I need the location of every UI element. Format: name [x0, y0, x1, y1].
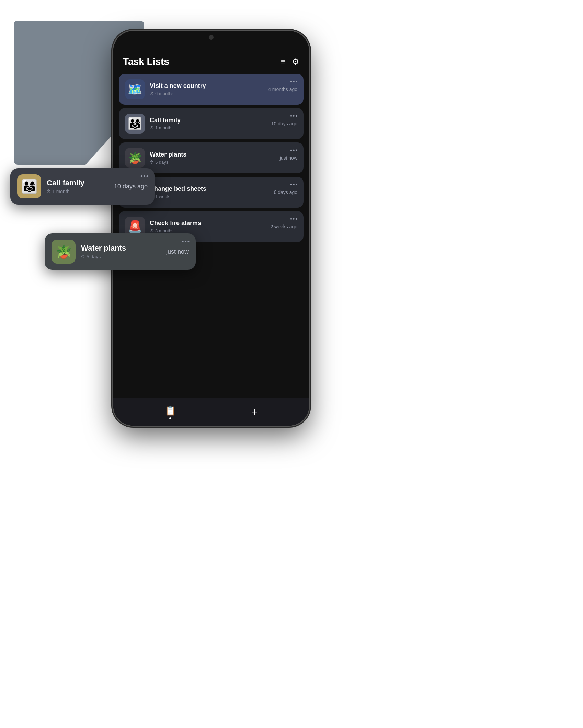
- task-name: Visit a new country: [150, 82, 263, 90]
- task-more-button[interactable]: •••: [290, 182, 298, 188]
- task-interval-value: 3 months: [155, 228, 173, 233]
- task-interval-value: 1 month: [155, 125, 171, 130]
- phone-frame: Task Lists 🗺️ Visit a new country ⏱ 6 mo…: [113, 31, 309, 426]
- camera: [209, 35, 214, 40]
- float-plants-interval-value: 5 days: [87, 254, 101, 259]
- floating-water-plants-card[interactable]: 🪴 Water plants ⏱ 5 days just now •••: [45, 233, 196, 270]
- nav-list-item[interactable]: 📋: [165, 405, 176, 419]
- task-interval-value: 6 months: [155, 91, 173, 96]
- nav-active-dot: [169, 417, 171, 419]
- task-card[interactable]: 👨‍👩‍👧 Call family ⏱ 1 month 10 days ago …: [119, 108, 304, 139]
- status-bar: [113, 31, 309, 50]
- task-info: Water plants ⏱ 5 days: [150, 151, 275, 165]
- clock-icon: ⏱: [81, 254, 85, 259]
- task-last-done: 2 weeks ago: [270, 224, 297, 229]
- task-last-done: 10 days ago: [271, 121, 297, 126]
- clock-icon: ⏱: [47, 189, 51, 194]
- filter-icon[interactable]: [281, 57, 286, 67]
- task-more-button[interactable]: •••: [290, 113, 298, 119]
- task-name: Water plants: [150, 151, 275, 158]
- task-name: Call family: [150, 117, 266, 124]
- clock-icon: ⏱: [150, 160, 154, 165]
- task-emoji: 🪴: [125, 148, 145, 168]
- task-more-button[interactable]: •••: [290, 216, 298, 222]
- nav-add-item[interactable]: +: [251, 406, 258, 418]
- task-interval: ⏱ 3 months: [150, 228, 265, 233]
- task-info: Check fire alarms ⏱ 3 months: [150, 220, 265, 233]
- task-interval: ⏱ 5 days: [150, 160, 275, 165]
- task-name: Check fire alarms: [150, 220, 265, 227]
- float-family-more-button[interactable]: •••: [140, 173, 149, 180]
- float-family-emoji: 👨‍👩‍👧: [17, 174, 41, 198]
- task-last-done: just now: [280, 155, 297, 161]
- task-card[interactable]: 🗺️ Visit a new country ⏱ 6 months 4 mont…: [119, 74, 304, 105]
- float-plants-interval: ⏱ 5 days: [81, 254, 161, 259]
- float-plants-time: just now: [166, 248, 189, 255]
- task-name: Change bed sheets: [150, 185, 269, 193]
- float-plants-info: Water plants ⏱ 5 days: [81, 244, 161, 259]
- float-plants-emoji: 🪴: [52, 240, 76, 264]
- task-interval: ⏱ 1 week: [150, 194, 269, 199]
- phone-inner: Task Lists 🗺️ Visit a new country ⏱ 6 mo…: [113, 31, 309, 426]
- clock-icon: ⏱: [150, 91, 154, 96]
- app-header: Task Lists: [113, 50, 309, 74]
- task-last-done: 4 months ago: [268, 86, 297, 92]
- task-emoji: 👨‍👩‍👧: [125, 114, 145, 134]
- settings-icon[interactable]: [292, 57, 299, 67]
- scene: Task Lists 🗺️ Visit a new country ⏱ 6 mo…: [0, 0, 583, 728]
- float-plants-name: Water plants: [81, 244, 161, 253]
- task-interval-value: 1 week: [155, 194, 169, 199]
- task-info: Visit a new country ⏱ 6 months: [150, 82, 263, 96]
- task-interval: ⏱ 1 month: [150, 125, 266, 130]
- float-family-name: Call family: [47, 178, 108, 187]
- float-family-interval-value: 1 month: [52, 189, 70, 194]
- bottom-nav: 📋 +: [113, 398, 309, 426]
- task-info: Call family ⏱ 1 month: [150, 117, 266, 130]
- task-info: Change bed sheets ⏱ 1 week: [150, 185, 269, 199]
- task-emoji: 🗺️: [125, 79, 145, 99]
- float-family-interval: ⏱ 1 month: [47, 189, 108, 194]
- task-interval-value: 5 days: [155, 160, 168, 165]
- clock-icon: ⏱: [150, 229, 154, 233]
- task-more-button[interactable]: •••: [290, 79, 298, 85]
- app-title: Task Lists: [123, 56, 169, 67]
- clock-icon: ⏱: [150, 126, 154, 130]
- list-nav-icon: 📋: [165, 405, 176, 416]
- add-nav-icon: +: [251, 406, 258, 418]
- floating-call-family-card[interactable]: 👨‍👩‍👧 Call family ⏱ 1 month 10 days ago …: [10, 168, 155, 205]
- task-more-button[interactable]: •••: [290, 147, 298, 153]
- float-family-time: 10 days ago: [114, 183, 148, 190]
- task-interval: ⏱ 6 months: [150, 91, 263, 96]
- task-last-done: 6 days ago: [274, 189, 298, 195]
- float-family-info: Call family ⏱ 1 month: [47, 178, 108, 194]
- header-icons: [281, 57, 299, 67]
- float-plants-more-button[interactable]: •••: [182, 238, 190, 245]
